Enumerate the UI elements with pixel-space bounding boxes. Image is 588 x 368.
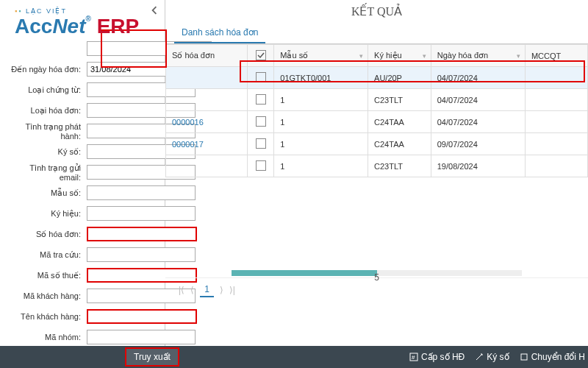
filter-label: Loại hóa đơn: [6, 106, 87, 116]
filter-label: Ký hiệu: [6, 209, 87, 219]
cell-mau-so: 1 [274, 111, 368, 133]
svg-text:#: # [412, 354, 415, 361]
assign-invoice-number-button[interactable]: # Cấp số HĐ [409, 352, 465, 362]
date-to-label: Đến ngày hóa đơn: [6, 65, 87, 74]
filter-label: Mã số thuế: [6, 271, 87, 280]
page-prev-icon[interactable]: ⟨ [190, 285, 194, 295]
table-row[interactable]: 01GTKT0/001AU/20P04/07/2024 [166, 67, 588, 89]
filter-label: Mã nhóm: [6, 333, 87, 342]
cell-mau-so: 1 [274, 133, 368, 155]
svg-rect-6 [521, 354, 527, 360]
filter-label: Tình trạng phát hành: [6, 122, 87, 141]
col-mau-so[interactable]: Mẫu số▾ [274, 45, 368, 67]
table-row[interactable]: 00000171C24TAA09/07/2024 [166, 133, 588, 155]
cell-mccqt [525, 67, 587, 89]
filter-label: Tên khách hàng: [6, 312, 87, 321]
cell-mccqt [525, 111, 587, 133]
filter-sidebar: Đến ngày hóa đơn: Loại chứng từ:Loại hóa… [0, 0, 165, 346]
collapse-sidebar-icon[interactable] [150, 6, 159, 17]
page-next-icon[interactable]: ⟩ [220, 285, 223, 295]
col-mccqt[interactable]: MCCQT [525, 45, 587, 67]
row-checkbox[interactable] [248, 155, 274, 177]
cell-mau-so: 1 [274, 155, 368, 177]
cell-ky-hieu: C24TAA [368, 111, 431, 133]
footer-bar: Truy xuất # Cấp số HĐ Ký số Chuyển đổi H [0, 346, 588, 368]
cell-ngay: 04/07/2024 [431, 67, 525, 89]
result-title: KẾT QUẢ [165, 4, 588, 18]
row-checkbox[interactable] [248, 111, 274, 133]
row-checkbox[interactable] [248, 133, 274, 155]
cell-mau-so: 1 [274, 89, 368, 111]
row-checkbox[interactable] [248, 67, 274, 89]
filter-label: Mã tra cứu: [6, 250, 87, 260]
cell-so-hoadon [166, 89, 248, 111]
digital-sign-button[interactable]: Ký số [475, 352, 509, 362]
col-ngay-hoadon[interactable]: Ngày hóa đơn▾ [431, 45, 525, 67]
page-last-icon[interactable]: ⟩| [229, 285, 235, 295]
filter-label: Mẫu số: [6, 188, 87, 198]
cell-so-hoadon: 0000017 [166, 133, 248, 155]
table-row[interactable]: 1C23TLT04/07/2024 [166, 89, 588, 111]
cell-so-hoadon: 0000016 [166, 111, 248, 133]
cell-ky-hieu: C23TLT [368, 89, 431, 111]
cell-mccqt [525, 89, 587, 111]
convert-button[interactable]: Chuyển đổi H [520, 352, 585, 362]
page-current: 1 [200, 283, 214, 297]
col-so-hoadon[interactable]: Số hóa đơn [166, 45, 248, 67]
cell-ngay: 19/08/2024 [431, 155, 525, 177]
page-total: 5 [374, 272, 379, 283]
col-ky-hieu[interactable]: Ký hiệu▾ [368, 45, 431, 67]
filter-label: Mã khách hàng: [6, 291, 87, 300]
filter-label: Tình trạng gửi email: [6, 163, 87, 182]
search-button[interactable]: Truy xuất [125, 347, 179, 367]
cell-ky-hieu: C24TAA [368, 133, 431, 155]
table-row[interactable]: 00000161C24TAA04/07/2024 [166, 111, 588, 133]
page-first-icon[interactable]: |⟨ [179, 285, 184, 295]
col-select-all[interactable] [248, 45, 274, 67]
tab-invoice-list[interactable]: Danh sách hóa đơn [174, 23, 265, 43]
cell-ngay: 04/07/2024 [431, 89, 525, 111]
filter-label: Loại chứng từ: [6, 85, 87, 95]
pagination: 5 |⟨ ⟨ 1 ⟩ ⟩| [165, 277, 588, 302]
cell-ngay: 04/07/2024 [431, 111, 525, 133]
cell-mau-so: 01GTKT0/001 [274, 67, 368, 89]
cell-ky-hieu: AU/20P [368, 67, 431, 89]
invoice-table: Số hóa đơn Mẫu số▾ Ký hiệu▾ Ngày hóa đơn… [165, 44, 588, 177]
app-logo: ▪▪ LẠC VIỆT AccNet® ERP [15, 7, 139, 38]
cell-mccqt [525, 155, 587, 177]
table-row[interactable]: 1C23TLT19/08/2024 [166, 155, 588, 177]
row-checkbox[interactable] [248, 89, 274, 111]
cell-mccqt [525, 133, 587, 155]
cell-so-hoadon [166, 155, 248, 177]
cell-ky-hieu: C23TLT [368, 155, 431, 177]
filter-label: Ký số: [6, 147, 87, 157]
filter-label: Số hóa đơn: [6, 230, 87, 239]
cell-ngay: 09/07/2024 [431, 133, 525, 155]
cell-so-hoadon [166, 67, 248, 89]
